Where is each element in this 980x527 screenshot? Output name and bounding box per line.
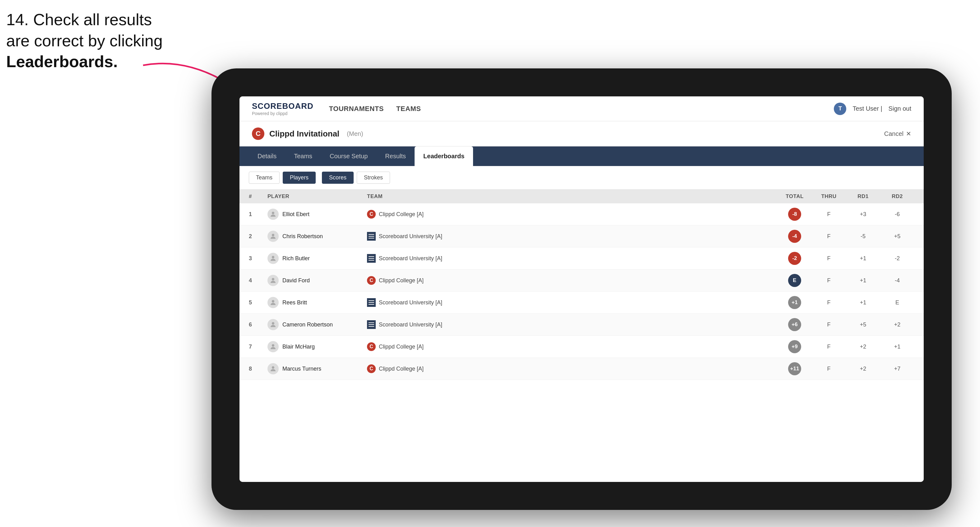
cell-total: -4 — [778, 230, 812, 243]
team-logo-c: C — [367, 276, 376, 285]
cell-player: Rees Britt — [267, 297, 367, 308]
cell-rank: 7 — [249, 344, 267, 350]
filter-players[interactable]: Players — [283, 171, 316, 184]
svg-point-3 — [272, 256, 274, 259]
cell-rank: 3 — [249, 255, 267, 262]
cancel-button[interactable]: Cancel ✕ — [884, 130, 911, 137]
player-name: Elliot Ebert — [282, 211, 309, 217]
team-logo-c: C — [367, 342, 376, 351]
svg-point-5 — [272, 300, 274, 303]
cell-team: C Clippd College [A] — [367, 210, 492, 219]
cell-thru: F — [812, 299, 846, 306]
leaderboards-emphasis: Leaderboards. — [6, 52, 118, 71]
nav-right: T Test User | Sign out — [834, 103, 911, 115]
cell-player: Chris Robertson — [267, 231, 367, 242]
player-avatar — [267, 341, 278, 352]
filter-scores[interactable]: Scores — [322, 171, 354, 184]
table-row: 6 Cameron Robertson Scoreboard Universit… — [239, 314, 924, 336]
svg-point-7 — [272, 344, 274, 347]
tablet-screen: SCOREBOARD Powered by clippd TOURNAMENTS… — [239, 96, 924, 482]
col-thru: THRU — [812, 194, 846, 200]
col-team: TEAM — [367, 194, 492, 200]
table-row: 4 David Ford C Clippd College [A] E F +1… — [239, 270, 924, 292]
cell-thru: F — [812, 366, 846, 372]
cell-rd2: +1 — [880, 344, 915, 350]
tournament-name: Clippd Invitational — [269, 129, 339, 139]
player-avatar — [267, 363, 278, 375]
cell-rank: 6 — [249, 322, 267, 328]
cell-rd1: +2 — [846, 344, 880, 350]
cell-total: -2 — [778, 252, 812, 265]
cell-rd1: +1 — [846, 255, 880, 262]
col-rd1: RD1 — [846, 194, 880, 200]
cell-thru: F — [812, 322, 846, 328]
cell-rd1: +3 — [846, 211, 880, 217]
player-name: David Ford — [282, 277, 310, 284]
tab-teams[interactable]: Teams — [285, 146, 321, 166]
cell-total: +6 — [778, 318, 812, 331]
logo-sub: Powered by clippd — [252, 111, 313, 116]
cell-rd2: E — [880, 299, 915, 306]
tournament-header: C Clippd Invitational (Men) Cancel ✕ — [239, 121, 924, 146]
table-row: 2 Chris Robertson Scoreboard University … — [239, 225, 924, 248]
instruction-text: 14. Check all results are correct by cli… — [6, 10, 163, 73]
player-avatar — [267, 275, 278, 286]
svg-point-6 — [272, 322, 274, 325]
score-badge: +6 — [788, 318, 801, 331]
tab-course-setup[interactable]: Course Setup — [321, 146, 376, 166]
team-logo-c: C — [367, 210, 376, 219]
filter-teams[interactable]: Teams — [249, 171, 280, 184]
team-logo-c: C — [367, 364, 376, 373]
svg-point-8 — [272, 366, 274, 369]
nav-tournaments[interactable]: TOURNAMENTS — [329, 105, 384, 113]
score-badge: -2 — [788, 252, 801, 265]
team-logo-s — [367, 320, 376, 329]
player-avatar — [267, 297, 278, 308]
cell-rank: 4 — [249, 277, 267, 284]
cell-player: Blair McHarg — [267, 341, 367, 352]
cell-total: +1 — [778, 296, 812, 309]
player-avatar — [267, 231, 278, 242]
cell-rd2: +7 — [880, 366, 915, 372]
score-badge: +11 — [788, 362, 801, 375]
tab-results[interactable]: Results — [376, 146, 415, 166]
col-spacer — [492, 194, 778, 200]
svg-point-1 — [272, 212, 274, 214]
cell-rd1: +2 — [846, 366, 880, 372]
cell-team: Scoreboard University [A] — [367, 254, 492, 263]
table-header: # PLAYER TEAM TOTAL THRU RD1 RD2 — [239, 190, 924, 203]
player-name: Cameron Robertson — [282, 322, 333, 328]
table-row: 7 Blair McHarg C Clippd College [A] +9 F… — [239, 336, 924, 358]
leaderboard-table: # PLAYER TEAM TOTAL THRU RD1 RD2 1 Ellio… — [239, 190, 924, 482]
tournament-logo: C — [252, 127, 264, 140]
cell-rank: 2 — [249, 233, 267, 240]
col-rd2: RD2 — [880, 194, 915, 200]
cell-total: +11 — [778, 362, 812, 375]
cell-player: David Ford — [267, 275, 367, 286]
team-name: Scoreboard University [A] — [379, 299, 442, 306]
team-logo-s — [367, 298, 376, 307]
tab-details[interactable]: Details — [249, 146, 285, 166]
tab-leaderboards[interactable]: Leaderboards — [415, 146, 473, 166]
signout-link[interactable]: Sign out — [889, 105, 911, 112]
cell-player: Cameron Robertson — [267, 319, 367, 330]
cell-rd1: -5 — [846, 233, 880, 240]
score-badge: -4 — [788, 230, 801, 243]
nav-teams[interactable]: TEAMS — [396, 105, 421, 113]
cell-team: Scoreboard University [A] — [367, 298, 492, 307]
filter-strokes[interactable]: Strokes — [357, 171, 390, 184]
team-name: Clippd College [A] — [379, 344, 423, 350]
player-avatar — [267, 319, 278, 330]
cell-team: C Clippd College [A] — [367, 342, 492, 351]
cell-rd2: +2 — [880, 322, 915, 328]
cell-thru: F — [812, 255, 846, 262]
cell-rd1: +1 — [846, 277, 880, 284]
nav-links: TOURNAMENTS TEAMS — [329, 105, 834, 113]
cell-rd2: -2 — [880, 255, 915, 262]
score-badge: -8 — [788, 208, 801, 221]
team-name: Scoreboard University [A] — [379, 233, 442, 240]
cell-thru: F — [812, 211, 846, 217]
score-badge: +9 — [788, 340, 801, 353]
user-avatar: T — [834, 103, 846, 115]
cell-thru: F — [812, 277, 846, 284]
